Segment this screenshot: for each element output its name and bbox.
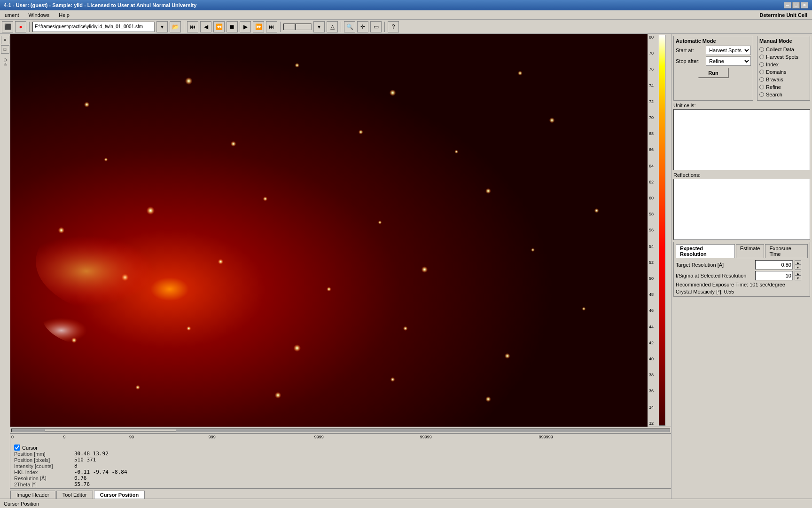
minimize-btn[interactable]: ─ <box>784 2 791 8</box>
recommended-label: Recommended Exposure Time: <box>676 282 748 287</box>
svg-point-15 <box>485 188 491 194</box>
bottom-tabs: Image Header Tool Editor Cursor Position <box>10 488 671 499</box>
svg-point-19 <box>327 287 331 292</box>
stop-after-label: Stop after: <box>676 58 704 64</box>
right-panel: Automatic Mode Start at: Harvest Spots C… <box>671 34 812 499</box>
sigma-input[interactable] <box>755 271 793 280</box>
ruler-99: 99 <box>129 435 134 439</box>
toolbar-fwd-btn[interactable]: ⏩ <box>253 21 264 32</box>
target-res-input[interactable] <box>755 260 793 270</box>
recommended-value: 101 sec/degree <box>750 282 785 287</box>
svg-point-23 <box>187 326 191 331</box>
manual-collect-data[interactable]: Collect Data <box>759 46 808 53</box>
toolbar-help-btn[interactable]: ? <box>388 21 399 32</box>
resolution-value: 0.76 <box>74 475 87 481</box>
scale-label-76: 76 <box>649 67 658 71</box>
svg-point-21 <box>531 248 535 252</box>
tab-image-header[interactable]: Image Header <box>10 491 55 499</box>
toolbar-back-btn[interactable]: ⏪ <box>213 21 225 32</box>
run-button[interactable]: Run <box>698 68 728 78</box>
resolution-panel: Expected Resolution Estimate Exposure Ti… <box>673 242 810 297</box>
image-column: 80 78 76 74 72 70 68 66 64 62 60 58 56 5… <box>10 34 671 499</box>
manual-search[interactable]: Search <box>759 91 808 98</box>
svg-point-4 <box>390 89 396 96</box>
image-scrollbar[interactable] <box>10 427 671 433</box>
diffraction-image-frame[interactable] <box>10 34 648 427</box>
svg-point-26 <box>505 353 510 359</box>
cursor-label: Cursor <box>22 445 38 451</box>
tab-cursor-position[interactable]: Cursor Position <box>94 491 145 499</box>
sidebar-btn1[interactable]: ≡ <box>1 36 9 44</box>
toolbar-last-btn[interactable]: ⏭ <box>266 21 277 32</box>
scrollbar-track[interactable] <box>11 429 670 432</box>
menu-windows[interactable]: Windows <box>26 12 53 18</box>
target-res-down[interactable]: ▼ <box>795 265 801 270</box>
svg-point-14 <box>378 221 382 224</box>
toolbar-rect-btn[interactable]: ▭ <box>370 21 382 32</box>
sigma-down[interactable]: ▼ <box>795 276 801 280</box>
color-bar <box>659 35 665 426</box>
manual-bravais-label: Bravais <box>766 77 783 82</box>
tab-exposure-time[interactable]: Exposure Time <box>765 244 808 258</box>
manual-domains[interactable]: Domains <box>759 68 808 76</box>
close-btn[interactable]: ✕ <box>801 2 808 8</box>
file-path[interactable]: E:\frames\guest\practice\ylid\ylid_twin_… <box>32 22 155 32</box>
toolbar-first-btn[interactable]: ⏮ <box>187 21 198 32</box>
reflections-list[interactable] <box>673 179 810 240</box>
sidebar-btn2[interactable]: □ <box>1 45 9 54</box>
menu-help[interactable]: Help <box>56 12 72 18</box>
manual-index[interactable]: Index <box>759 61 808 68</box>
position-px-row: Position [pixels] 510 371 <box>14 457 667 463</box>
toolbar-dropdown-btn[interactable]: ▾ <box>156 21 168 32</box>
scale-label-34: 34 <box>649 405 658 410</box>
manual-refine-label: Refine <box>766 84 781 90</box>
position-mm-row: Position [mm] 30.48 13.92 <box>14 451 667 457</box>
maximize-btn[interactable]: □ <box>792 2 800 8</box>
stop-after-dropdown[interactable]: Refine Collect Data Harvest Spots Index … <box>706 56 751 66</box>
sidebar-cell-label: Cell <box>3 58 8 66</box>
sigma-label: I/Sigma at Selected Resolution <box>676 273 753 278</box>
toolbar-stop-btn[interactable]: ⏹ <box>226 21 238 32</box>
diffraction-svg <box>10 34 648 427</box>
hkl-row: HKL index -0.11 -9.74 -8.84 <box>14 469 667 475</box>
toolbar-prev-btn[interactable]: ◀ <box>200 21 211 32</box>
start-at-dropdown[interactable]: Harvest Spots Collect Data Index Domains… <box>706 46 751 55</box>
main-content: ≡ □ Cell <box>0 34 812 499</box>
toolbar-contrast2-btn[interactable]: △ <box>327 21 338 32</box>
target-res-up[interactable]: ▲ <box>795 260 801 265</box>
manual-refine[interactable]: Refine <box>759 83 808 91</box>
toolbar-crosshair-btn[interactable]: ✛ <box>357 21 368 32</box>
sigma-up[interactable]: ▲ <box>795 271 801 276</box>
resolution-row: Resolution [Å] 0.76 <box>14 475 667 481</box>
tab-estimate[interactable]: Estimate <box>736 244 765 258</box>
color-scale-panel: 80 78 76 74 72 70 68 66 64 62 60 58 56 5… <box>648 34 671 427</box>
scrollbar-thumb[interactable] <box>45 429 176 432</box>
svg-point-3 <box>295 63 299 68</box>
scale-label-36: 36 <box>649 389 658 393</box>
target-res-row: Target Resolution [Å] ▲ ▼ <box>676 260 808 270</box>
resolution-label: Resolution [Å] <box>14 476 70 481</box>
scale-label-38: 38 <box>649 373 658 377</box>
toolbar-icon1[interactable]: ⬛ <box>2 21 13 32</box>
start-at-label: Start at: <box>676 48 704 53</box>
contrast-slider[interactable] <box>283 24 312 30</box>
toolbar-contrast-btn[interactable]: ▾ <box>313 21 325 32</box>
unit-cells-list[interactable] <box>673 109 810 170</box>
toolbar-zoom-btn[interactable]: 🔍 <box>344 21 355 32</box>
intensity-value: 8 <box>74 463 78 469</box>
reflections-section: Reflections: <box>673 172 810 240</box>
manual-harvest-spots[interactable]: Harvest Spots <box>759 53 808 61</box>
cursor-checkbox[interactable] <box>14 444 20 451</box>
manual-bravais[interactable]: Bravais <box>759 76 808 83</box>
radio-refine <box>759 85 764 89</box>
toolbar-open-btn[interactable]: 📂 <box>170 21 181 32</box>
svg-point-25 <box>403 326 408 331</box>
tab-tool-editor[interactable]: Tool Editor <box>56 491 93 499</box>
tab-expected-resolution[interactable]: Expected Resolution <box>676 244 735 258</box>
menu-ument[interactable]: ument <box>2 12 22 18</box>
twotheta-value: 55.76 <box>74 481 90 487</box>
toolbar-play-btn[interactable]: ▶ <box>240 21 251 32</box>
scale-label-44: 44 <box>649 325 658 329</box>
toolbar-icon2[interactable]: ● <box>15 21 26 32</box>
cursor-checkbox-row: Cursor <box>14 444 667 451</box>
